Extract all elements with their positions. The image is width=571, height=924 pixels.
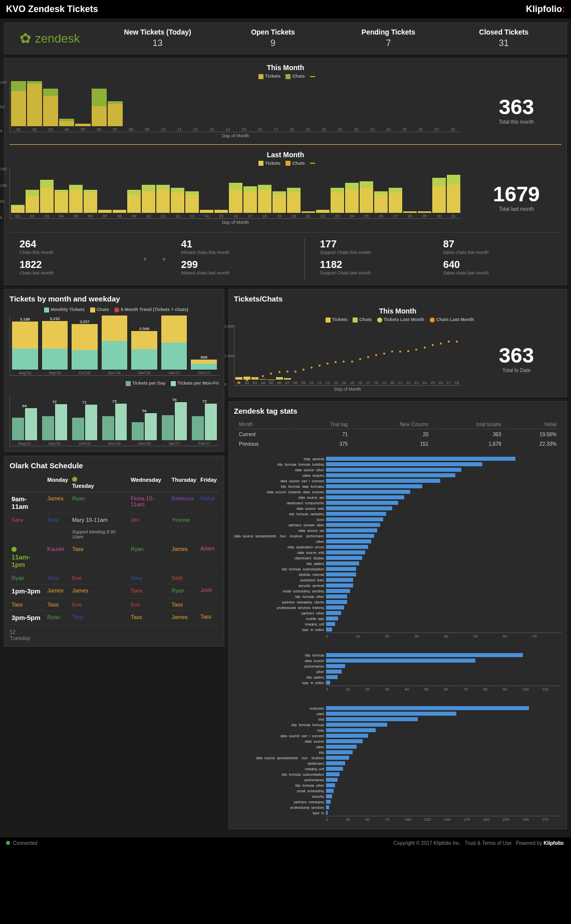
chat-stats-grid: 264Chats this month1822Chats last month+…	[10, 238, 561, 279]
tickets-weekday-panel: Tickets by month and weekday Monthly Tic…	[4, 289, 224, 451]
metric: New Tickets (Today)13	[100, 28, 215, 49]
tickets-chats-panel: Tickets/Chats This Month Tickets Chats T…	[228, 289, 567, 397]
page-title: KVO Zendesk Tickets	[6, 4, 98, 15]
tickets-chats-chart: 2,000 1,000 0 01020304050607080910111213…	[234, 326, 461, 386]
metric: Open Tickets9	[215, 28, 331, 49]
last-month-total: 1679 Total last month	[471, 182, 561, 212]
zendesk-logo: ✿ zendesk	[10, 30, 90, 47]
metric: Pending Tickets7	[331, 28, 446, 49]
tag-bars-chart-1: help_generalklip_formula_formula_buildin…	[234, 454, 561, 641]
last-month-title: Last Month	[10, 151, 561, 159]
connected-icon	[6, 841, 10, 845]
connection-status: Connected	[6, 840, 37, 846]
tag-stats-table: MonthTrial tagNew Columntotal tickets%tr…	[234, 419, 561, 449]
monthly-charts-panel: This Month Tickets Chats 100 50 0 010203…	[4, 58, 567, 285]
terms-link[interactable]: Trust & Terms of Use	[465, 840, 511, 846]
this-month-title: This Month	[10, 64, 561, 72]
this-month-legend: Tickets Chats	[10, 74, 561, 79]
app-header: KVO Zendesk Tickets Klipfolio:	[0, 0, 571, 19]
zendesk-icon: ✿	[20, 30, 31, 47]
last-month-legend: Tickets Chats	[10, 161, 561, 166]
this-month-total: 363 Total this month	[471, 95, 561, 125]
tag-bars-chart-3: customerolarktrialklip_formula_formulahe…	[234, 704, 561, 824]
brand-logo: Klipfolio:	[526, 4, 565, 15]
tickets-per-day-chart: 64Aug'1672Sep'1671Oct'1673Nov'1654Dec'16…	[10, 396, 219, 446]
metric: Closed Tickets31	[446, 28, 561, 49]
top-metrics-panel: ✿ zendesk New Tickets (Today)13Open Tick…	[4, 23, 567, 54]
monthly-tickets-chart: 3,188Aug'163,232Sep'163,037Oct'16Nov'162…	[10, 316, 219, 376]
tag-stats-panel: Zendesk tag stats MonthTrial tagNew Colu…	[228, 401, 567, 829]
schedule-panel: Olark Chat Schedule MondayTuesdayWednesd…	[4, 456, 224, 647]
tickets-chats-total: 363 Total to Date	[471, 344, 561, 373]
last-month-chart: 150 100 50 0 010203040506070809101112131…	[10, 169, 461, 219]
tag-bars-chart-2: klip_formuladata_sourceperformanceotherk…	[234, 651, 561, 694]
schedule-table: MondayTuesdayWednesdayThursdayFriday9am-…	[10, 474, 219, 625]
this-month-chart: 100 50 0 0102030405060708091011121314151…	[10, 82, 461, 132]
footer: Connected Copyright © 2017 Klipfolio Inc…	[0, 837, 571, 849]
